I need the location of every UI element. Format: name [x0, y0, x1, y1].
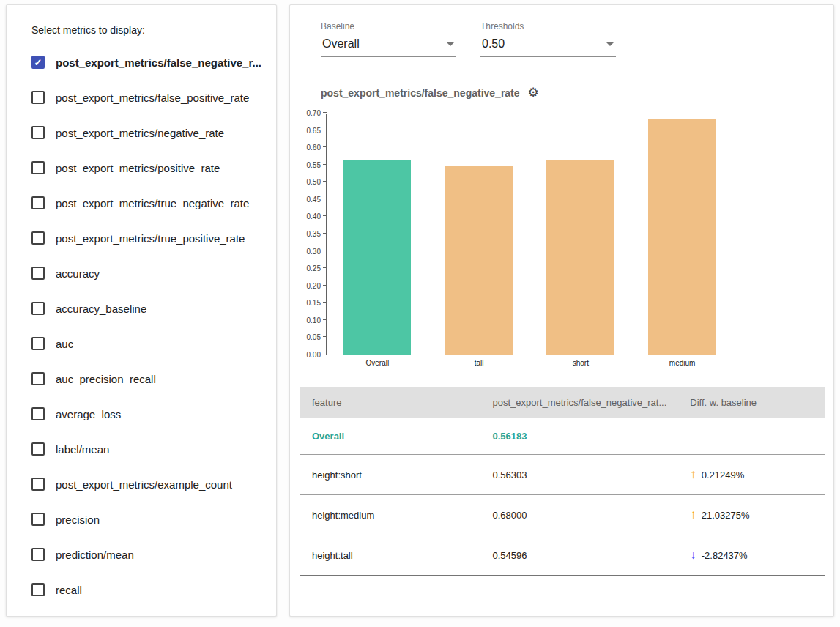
- y-tick-mark: [323, 146, 327, 147]
- thresholds-select-value: 0.50: [482, 37, 505, 51]
- x-tick-label: tall: [428, 359, 530, 367]
- metric-label: post_export_metrics/true_negative_rate: [56, 197, 249, 209]
- checkbox-unchecked-icon[interactable]: [31, 126, 45, 139]
- metric-label: precision: [56, 513, 100, 526]
- bar-slot: [327, 114, 428, 355]
- y-tick-mark: [323, 181, 327, 182]
- y-tick-label: 0.15: [307, 300, 321, 307]
- metric-label: post_export_metrics/false_negative_r...: [56, 56, 261, 69]
- metric-item[interactable]: average_loss: [26, 396, 261, 431]
- metric-item[interactable]: post_export_metrics/positive_rate: [26, 150, 261, 185]
- table-row[interactable]: height:tall0.54596↓-2.82437%: [300, 535, 825, 576]
- metric-item[interactable]: accuracy: [26, 256, 261, 291]
- checkbox-unchecked-icon[interactable]: [31, 267, 45, 280]
- y-tick-mark: [323, 267, 327, 268]
- y-tick-label: 0.35: [307, 231, 321, 238]
- y-tick-mark: [323, 130, 327, 130]
- y-tick-label: 0.50: [307, 179, 321, 186]
- checkbox-checked-icon[interactable]: ✓: [31, 56, 45, 69]
- thresholds-select[interactable]: Thresholds 0.50: [480, 21, 616, 57]
- chart-bar-medium[interactable]: [648, 119, 716, 355]
- diff-cell: ↑0.21249%: [678, 455, 825, 495]
- feature-cell: height:tall: [300, 535, 481, 576]
- metric-label: average_loss: [56, 408, 121, 420]
- metric-label: accuracy: [56, 267, 100, 280]
- checkbox-unchecked-icon[interactable]: [31, 372, 45, 385]
- value-cell: 0.56183: [481, 418, 679, 455]
- gear-icon[interactable]: ⚙: [528, 86, 539, 99]
- dropdown-arrow-icon[interactable]: [447, 42, 454, 46]
- arrow-up-icon: ↑: [690, 467, 696, 481]
- metric-item[interactable]: precision: [26, 502, 261, 537]
- metric-item[interactable]: auc: [26, 326, 261, 361]
- baseline-select-label: Baseline: [321, 21, 456, 31]
- chart-y-axis: 0.000.050.100.150.200.250.300.350.400.45…: [300, 114, 326, 355]
- metric-item[interactable]: auc_precision_recall: [26, 361, 261, 396]
- y-tick-label: 0.25: [307, 265, 321, 272]
- checkbox-unchecked-icon[interactable]: [31, 91, 45, 104]
- chart-bar-short[interactable]: [546, 160, 614, 355]
- metrics-table: feature post_export_metrics/false_negati…: [300, 387, 825, 576]
- y-tick-mark: [323, 199, 327, 199]
- chart-bar-Overall[interactable]: [343, 160, 411, 355]
- diff-cell: ↓-2.82437%: [678, 535, 825, 576]
- metric-label: post_export_metrics/negative_rate: [56, 127, 224, 139]
- metric-label: auc_precision_recall: [56, 373, 156, 385]
- metric-item[interactable]: label/mean: [26, 431, 261, 467]
- header-metric-value: post_export_metrics/false_negative_rat..…: [481, 387, 679, 418]
- y-tick-mark: [323, 319, 327, 320]
- metric-item[interactable]: post_export_metrics/false_positive_rate: [26, 80, 261, 115]
- feature-cell: height:short: [300, 455, 481, 495]
- checkbox-unchecked-icon[interactable]: [31, 478, 45, 491]
- dropdown-arrow-icon[interactable]: [606, 42, 614, 46]
- y-tick-mark: [323, 215, 327, 216]
- metric-item[interactable]: post_export_metrics/negative_rate: [26, 115, 261, 150]
- x-tick-label: medium: [631, 359, 733, 367]
- feature-cell: height:medium: [300, 495, 481, 535]
- metric-label: post_export_metrics/positive_rate: [56, 162, 220, 174]
- header-diff-baseline: Diff. w. baseline: [678, 387, 825, 418]
- value-cell: 0.68000: [481, 495, 679, 535]
- y-tick-label: 0.20: [307, 283, 321, 290]
- checkbox-unchecked-icon[interactable]: [31, 231, 45, 245]
- metric-item[interactable]: post_export_metrics/true_positive_rate: [26, 220, 261, 256]
- checkbox-unchecked-icon[interactable]: [31, 302, 45, 315]
- diff-value: 21.03275%: [702, 510, 750, 521]
- x-tick-label: short: [530, 359, 632, 367]
- y-tick-mark: [323, 233, 327, 234]
- metric-item[interactable]: ✓post_export_metrics/false_negative_r...: [26, 45, 261, 80]
- checkbox-unchecked-icon[interactable]: [31, 583, 45, 596]
- value-cell: 0.56303: [481, 455, 679, 495]
- baseline-select[interactable]: Baseline Overall: [321, 21, 456, 57]
- checkbox-unchecked-icon[interactable]: [31, 513, 45, 526]
- metric-item[interactable]: recall: [26, 572, 261, 607]
- metrics-table-body: Overall0.56183height:short0.56303↑0.2124…: [300, 418, 825, 576]
- x-tick-label: Overall: [327, 359, 428, 367]
- diff-value: 0.21249%: [702, 470, 745, 481]
- y-tick-label: 0.70: [307, 110, 321, 117]
- table-row[interactable]: Overall0.56183: [300, 418, 825, 455]
- chart-bar-tall[interactable]: [445, 166, 513, 355]
- checkbox-unchecked-icon[interactable]: [31, 161, 45, 174]
- table-row[interactable]: height:medium0.68000↑21.03275%: [300, 495, 825, 535]
- diff-cell: [678, 418, 825, 455]
- y-tick-label: 0.55: [307, 162, 321, 169]
- metric-label: accuracy_baseline: [56, 303, 146, 315]
- y-tick-mark: [323, 302, 327, 303]
- metric-item[interactable]: accuracy_baseline: [26, 291, 261, 326]
- y-tick-label: 0.65: [307, 127, 321, 135]
- metric-label: post_export_metrics/true_positive_rate: [56, 232, 245, 245]
- checkbox-unchecked-icon[interactable]: [31, 337, 45, 350]
- table-row[interactable]: height:short0.56303↑0.21249%: [300, 455, 825, 495]
- checkbox-unchecked-icon[interactable]: [31, 196, 45, 209]
- checkbox-unchecked-icon[interactable]: [31, 407, 45, 420]
- chart-title-row: post_export_metrics/false_negative_rate …: [321, 86, 824, 99]
- checkbox-unchecked-icon[interactable]: [31, 442, 45, 456]
- bar-chart: 0.000.050.100.150.200.250.300.350.400.45…: [300, 114, 824, 355]
- metric-item[interactable]: post_export_metrics/example_count: [26, 467, 261, 502]
- y-tick-mark: [323, 251, 327, 251]
- diff-value: -2.82437%: [702, 550, 748, 561]
- checkbox-unchecked-icon[interactable]: [31, 548, 45, 561]
- metric-item[interactable]: prediction/mean: [26, 537, 261, 572]
- metric-item[interactable]: post_export_metrics/true_negative_rate: [26, 185, 261, 220]
